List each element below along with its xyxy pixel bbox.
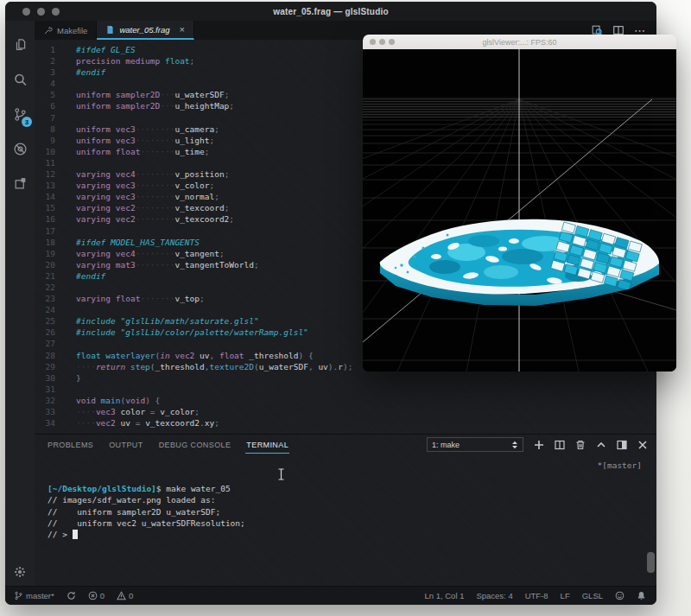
indentation[interactable]: Spaces: 4 bbox=[476, 591, 512, 600]
branch-status[interactable]: master* bbox=[14, 591, 54, 600]
maximize-panel-chevron-up-icon[interactable] bbox=[596, 440, 606, 450]
sidebar-item-search[interactable] bbox=[5, 62, 35, 97]
sync-status[interactable] bbox=[67, 591, 76, 600]
sidebar-item-source-control[interactable]: 3 bbox=[5, 97, 35, 131]
line-number: 27 bbox=[35, 338, 55, 349]
terminal-git-decoration: *[master] bbox=[598, 460, 643, 471]
line-number: 29 bbox=[35, 361, 55, 372]
warning-icon bbox=[117, 591, 126, 600]
notifications-button[interactable] bbox=[637, 591, 646, 600]
panel-toggle-icon[interactable] bbox=[617, 440, 627, 450]
viewer-3d-canvas[interactable] bbox=[363, 49, 676, 372]
line-number: 9 bbox=[35, 135, 55, 146]
terminal-line: // uniform sampler2D u_waterSDF; bbox=[48, 506, 656, 518]
terminal[interactable]: [~/Desktop/glslStudio]$ make water_05// … bbox=[35, 455, 656, 586]
activity-bar: 3 bbox=[5, 21, 35, 586]
panel-tab-debug-console[interactable]: DEBUG CONSOLE bbox=[158, 435, 232, 454]
code-line[interactable]: 30} bbox=[35, 372, 656, 384]
line-number: 7 bbox=[35, 112, 55, 124]
tab-water-05-frag[interactable]: water_05.frag × bbox=[97, 21, 194, 40]
water-scene bbox=[363, 49, 676, 372]
line-number: 13 bbox=[35, 180, 55, 191]
viewer-minimize-button[interactable] bbox=[379, 39, 385, 45]
code-line[interactable]: 31 bbox=[35, 384, 656, 395]
line-number: 15 bbox=[35, 202, 55, 213]
errors-status[interactable]: 0 bbox=[88, 591, 105, 600]
gear-icon bbox=[13, 565, 27, 579]
line-number: 6 bbox=[35, 100, 55, 111]
minimize-window-button[interactable] bbox=[37, 8, 45, 16]
line-number: 33 bbox=[35, 406, 55, 417]
line-number: 11 bbox=[35, 157, 55, 168]
warnings-status[interactable]: 0 bbox=[117, 591, 133, 600]
close-icon[interactable]: × bbox=[179, 25, 184, 35]
code-line[interactable]: 32void main(void) { bbox=[35, 395, 656, 406]
feedback-button[interactable] bbox=[615, 591, 624, 600]
tab-label: Makefile bbox=[57, 26, 87, 35]
line-number: 20 bbox=[35, 259, 55, 270]
viewer-titlebar[interactable]: glslViewer:...: FPS:60 bbox=[363, 35, 676, 49]
line-number: 32 bbox=[35, 395, 55, 406]
line-number: 19 bbox=[35, 248, 55, 259]
terminal-line: // uniform vec2 u_waterSDFResolution; bbox=[48, 518, 656, 529]
tab-makefile[interactable]: Makefile bbox=[35, 21, 97, 40]
terminal-scrollbar-thumb[interactable] bbox=[647, 552, 655, 573]
settings-button[interactable] bbox=[5, 565, 35, 579]
zoom-window-button[interactable] bbox=[52, 8, 60, 16]
text-ibeam-cursor bbox=[277, 468, 285, 484]
sync-icon bbox=[67, 591, 76, 600]
updown-arrows-icon bbox=[511, 441, 518, 449]
search-icon bbox=[13, 73, 28, 87]
code-line[interactable]: 34····vec2 uv = v_texcoord2.xy; bbox=[35, 417, 656, 429]
line-number: 16 bbox=[35, 213, 55, 225]
sidebar-item-debug[interactable] bbox=[5, 131, 35, 166]
sidebar-item-explorer[interactable] bbox=[5, 28, 35, 62]
line-number: 30 bbox=[35, 372, 55, 384]
panel-tab-terminal[interactable]: TERMINAL bbox=[245, 435, 289, 454]
line-number: 10 bbox=[35, 146, 55, 157]
encoding[interactable]: UTF-8 bbox=[525, 591, 548, 600]
viewer-close-button[interactable] bbox=[370, 39, 376, 45]
line-number: 31 bbox=[35, 384, 55, 395]
wrench-icon bbox=[43, 26, 53, 35]
line-number: 5 bbox=[35, 89, 55, 100]
line-number: 1 bbox=[35, 44, 55, 55]
line-number: 8 bbox=[35, 124, 55, 135]
panel-header: PROBLEMS OUTPUT DEBUG CONSOLE TERMINAL 1… bbox=[35, 435, 656, 455]
language-mode[interactable]: GLSL bbox=[582, 591, 603, 600]
bottom-panel: PROBLEMS OUTPUT DEBUG CONSOLE TERMINAL 1… bbox=[35, 434, 656, 586]
line-number: 21 bbox=[35, 270, 55, 282]
debug-icon bbox=[13, 142, 28, 156]
terminal-line: // > bbox=[48, 529, 656, 540]
bell-icon bbox=[637, 591, 646, 600]
close-panel-icon[interactable] bbox=[637, 440, 648, 450]
feedback-smiley-icon bbox=[615, 591, 624, 600]
tab-label: water_05.frag bbox=[119, 25, 169, 35]
viewer-zoom-button[interactable] bbox=[389, 39, 395, 45]
new-terminal-icon[interactable] bbox=[534, 440, 544, 450]
panel-tab-output[interactable]: OUTPUT bbox=[108, 435, 143, 454]
line-number: 18 bbox=[35, 237, 55, 248]
shader-file-icon bbox=[105, 25, 115, 35]
panel-controls: 1: make bbox=[427, 437, 656, 452]
eol-sequence[interactable]: LF bbox=[561, 591, 570, 600]
sidebar-item-extensions[interactable] bbox=[5, 166, 35, 200]
line-number: 22 bbox=[35, 282, 55, 293]
split-terminal-icon[interactable] bbox=[555, 440, 565, 450]
close-window-button[interactable] bbox=[22, 8, 30, 16]
line-number: 25 bbox=[35, 315, 55, 327]
panel-tab-problems[interactable]: PROBLEMS bbox=[47, 435, 94, 454]
kill-terminal-trash-icon[interactable] bbox=[575, 440, 586, 450]
terminal-cursor bbox=[73, 530, 79, 539]
window-title: water_05.frag — glslStudio bbox=[273, 7, 389, 16]
line-number: 17 bbox=[35, 225, 55, 237]
terminal-line: [~/Desktop/glslStudio]$ make water_05 bbox=[48, 483, 656, 494]
titlebar: water_05.frag — glslStudio bbox=[5, 2, 656, 21]
line-number: 26 bbox=[35, 327, 55, 338]
terminal-select[interactable]: 1: make bbox=[427, 437, 523, 452]
viewer-traffic-lights bbox=[370, 39, 395, 45]
cursor-position[interactable]: Ln 1, Col 1 bbox=[424, 591, 464, 600]
line-number: 12 bbox=[35, 168, 55, 180]
code-line[interactable]: 33····vec3 color = v_color; bbox=[35, 406, 656, 417]
git-branch-icon bbox=[14, 591, 23, 600]
